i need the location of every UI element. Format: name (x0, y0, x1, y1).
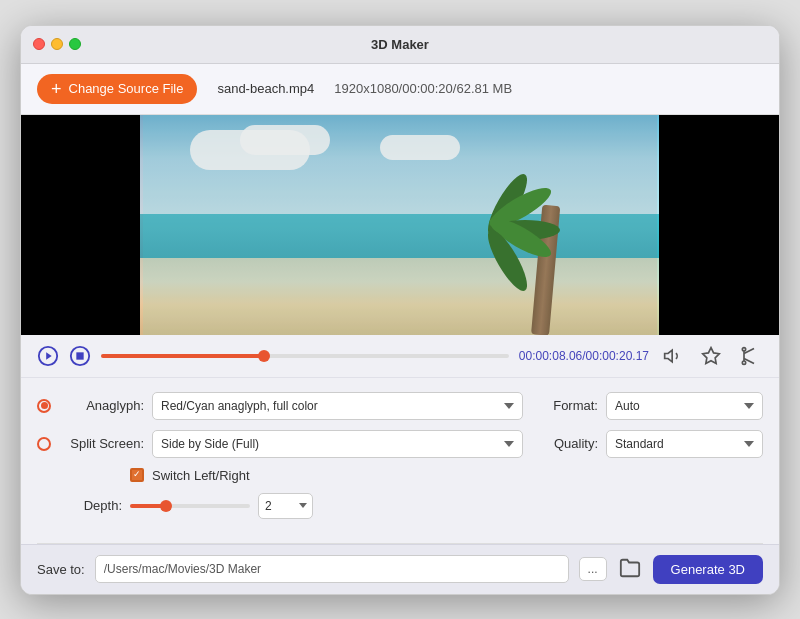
title-bar: 3D Maker (21, 26, 779, 64)
svg-marker-1 (46, 352, 52, 359)
generate-3d-button[interactable]: Generate 3D (653, 555, 763, 584)
split-screen-label: Split Screen: (59, 436, 144, 451)
settings-area: Anaglyph: Red/Cyan anaglyph, full color … (21, 378, 779, 543)
svg-point-7 (742, 347, 745, 350)
depth-controls: 1 2 3 4 5 (130, 493, 313, 519)
svg-marker-4 (665, 350, 673, 362)
progress-thumb (258, 350, 270, 362)
video-frame (140, 115, 660, 335)
bottom-bar: Save to: ... Generate 3D (21, 544, 779, 594)
format-select[interactable]: Auto MP4 MKV (606, 392, 763, 420)
black-bar-left (21, 115, 141, 335)
file-name: sand-beach.mp4 (217, 81, 314, 96)
playback-bar: 00:00:08.06/00:00:20.17 (21, 335, 779, 378)
settings-left: Anaglyph: Red/Cyan anaglyph, full color … (37, 392, 523, 529)
volume-button[interactable] (659, 346, 687, 366)
quality-select[interactable]: Standard High Ultra (606, 430, 763, 458)
toolbar: + Change Source File sand-beach.mp4 1920… (21, 64, 779, 115)
depth-label: Depth: (37, 498, 122, 513)
main-window: 3D Maker + Change Source File sand-beach… (20, 25, 780, 595)
progress-track[interactable] (101, 354, 509, 358)
time-display: 00:00:08.06/00:00:20.17 (519, 349, 649, 363)
folder-button[interactable] (617, 555, 643, 584)
svg-marker-5 (703, 347, 720, 363)
ellipsis-button[interactable]: ... (579, 557, 607, 581)
anaglyph-radio[interactable] (37, 399, 51, 413)
video-area (21, 115, 779, 335)
svg-point-6 (742, 361, 745, 364)
file-info: 1920x1080/00:00:20/62.81 MB (334, 81, 512, 96)
maximize-button[interactable] (69, 38, 81, 50)
settings-right: Format: Auto MP4 MKV Quality: Standard H… (543, 392, 763, 529)
anaglyph-select[interactable]: Red/Cyan anaglyph, full color Red/Cyan a… (152, 392, 523, 420)
minimize-button[interactable] (51, 38, 63, 50)
svg-rect-3 (76, 352, 83, 359)
change-source-button[interactable]: + Change Source File (37, 74, 197, 104)
depth-thumb (160, 500, 172, 512)
split-screen-select[interactable]: Side by Side (Full) Side by Side (Half) … (152, 430, 523, 458)
switch-row: Switch Left/Right (37, 468, 523, 483)
time-total: 00:00:20.17 (586, 349, 649, 363)
save-to-label: Save to: (37, 562, 85, 577)
save-path-input[interactable] (95, 555, 569, 583)
format-label: Format: (543, 398, 598, 413)
switch-label: Switch Left/Right (152, 468, 250, 483)
black-bar-right (659, 115, 779, 335)
stop-button[interactable] (69, 345, 91, 367)
anaglyph-cyan (143, 115, 660, 335)
split-screen-radio[interactable] (37, 437, 51, 451)
window-title: 3D Maker (371, 37, 429, 52)
close-button[interactable] (33, 38, 45, 50)
split-screen-row: Split Screen: Side by Side (Full) Side b… (37, 430, 523, 458)
anaglyph-label: Anaglyph: (59, 398, 144, 413)
star-icon-button[interactable] (697, 346, 725, 366)
plus-icon: + (51, 80, 62, 98)
play-button[interactable] (37, 345, 59, 367)
traffic-lights (33, 38, 81, 50)
quality-row: Quality: Standard High Ultra (543, 430, 763, 458)
depth-slider-track[interactable] (130, 504, 250, 508)
switch-checkbox[interactable] (130, 468, 144, 482)
depth-value-select[interactable]: 1 2 3 4 5 (258, 493, 313, 519)
format-row: Format: Auto MP4 MKV (543, 392, 763, 420)
anaglyph-row: Anaglyph: Red/Cyan anaglyph, full color … (37, 392, 523, 420)
depth-row: Depth: 1 2 3 4 5 (37, 493, 523, 519)
cut-icon-button[interactable] (735, 346, 763, 366)
quality-label: Quality: (543, 436, 598, 451)
time-current: 00:00:08.06 (519, 349, 582, 363)
change-source-label: Change Source File (69, 81, 184, 96)
progress-fill (101, 354, 264, 358)
